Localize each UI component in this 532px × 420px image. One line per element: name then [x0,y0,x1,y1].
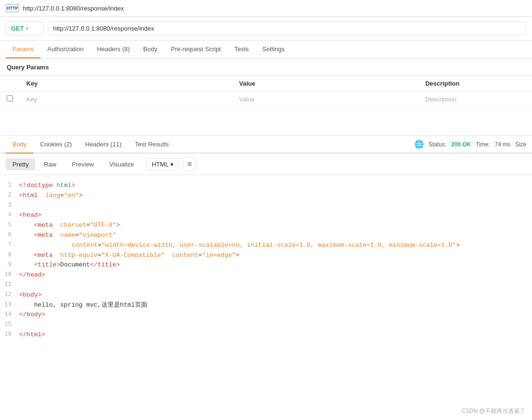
code-line: 11 [0,280,532,290]
tab-headers[interactable]: Headers (8) [90,41,137,58]
row-description-cell[interactable]: Description [419,91,532,107]
time-value: 74 ms [495,141,510,148]
response-tab-testresults[interactable]: Test Results [128,136,176,154]
response-tab-cookies[interactable]: Cookies (2) [33,136,78,154]
http-icon: HTTP [6,4,19,12]
code-line: 1<!doctype html> [0,181,532,191]
row-checkbox-cell [0,91,20,107]
sub-tabs-bar: Pretty Raw Preview Visualize HTML ▾ ≡ [0,154,532,175]
line-content [19,201,532,211]
status-value: 200 OK [451,141,471,148]
code-line: 9 <title>Document</title> [0,260,532,270]
line-number: 14 [0,310,19,319]
code-line: 6 <meta name="viewport" [0,231,532,241]
url-input[interactable] [48,22,526,35]
code-line: 13 hello, spring mvc,这里是html页面 [0,300,532,310]
code-line: 12<body> [0,290,532,300]
line-content [19,320,532,330]
tab-tests[interactable]: Tests [228,41,255,58]
spacer [0,107,532,136]
line-number: 9 [0,260,19,269]
code-line: 14</body> [0,310,532,320]
line-content: </head> [19,270,532,280]
table-header-checkbox [0,76,20,91]
time-label: Time: [476,141,490,148]
line-number: 15 [0,320,19,329]
code-line: 5 <meta charset="UTF-8"> [0,221,532,231]
code-line: 15 [0,320,532,330]
row-key-cell[interactable]: Key [20,91,233,107]
code-line: 2<html lang="en"> [0,191,532,201]
globe-icon: 🌐 [414,140,424,149]
format-select[interactable]: HTML ▾ [146,158,179,170]
line-number: 12 [0,290,19,299]
status-label: Status: [429,141,446,148]
line-number: 10 [0,270,19,279]
sub-tab-raw[interactable]: Raw [37,158,63,170]
title-url: http://127.0.0.1:8080/response/index [23,5,124,12]
query-params-header: Query Params [0,59,532,76]
response-tab-headers[interactable]: Headers (11) [78,136,128,154]
params-table: Key Value Description Key Value Descript… [0,76,532,107]
method-label: GET [11,25,24,32]
line-number: 2 [0,191,19,200]
line-number: 3 [0,201,19,210]
line-number: 4 [0,210,19,220]
format-value: HTML [152,161,168,168]
line-content: hello, spring mvc,这里是html页面 [19,300,532,310]
line-content: <!doctype html> [19,181,532,191]
line-content: content="width=device-width, user-scalab… [19,241,532,251]
tab-settings[interactable]: Settings [255,41,291,58]
title-bar: HTTP http://127.0.0.1:8080/response/inde… [0,0,532,17]
line-content: <meta http-equiv="X-UA-Compatible" conte… [19,251,532,261]
format-chevron-icon: ▾ [170,161,174,168]
tab-prerequest[interactable]: Pre-request Script [164,41,228,58]
line-number: 6 [0,231,19,240]
tabs-bar: Params Authorization Headers (8) Body Pr… [0,41,532,59]
code-line: 16</html> [0,330,532,340]
line-content: </body> [19,310,532,320]
tab-body[interactable]: Body [136,41,164,58]
line-number: 11 [0,280,19,289]
tab-authorization[interactable]: Authorization [41,41,90,58]
table-header-description: Description [419,76,532,91]
tab-params[interactable]: Params [6,41,41,58]
method-chevron-icon: ▾ [26,26,28,31]
line-content [19,280,532,290]
response-tab-body[interactable]: Body [6,136,33,154]
code-line: 10</head> [0,270,532,280]
wrap-icon-button[interactable]: ≡ [183,157,196,171]
code-area: 1<!doctype html>2<html lang="en">3 4<hea… [0,175,532,346]
line-content: <head> [19,210,532,221]
line-number: 13 [0,300,19,309]
line-number: 5 [0,221,19,230]
code-line: 8 <meta http-equiv="X-UA-Compatible" con… [0,251,532,261]
table-header-key: Key [20,76,233,91]
line-content: </html> [19,330,532,340]
line-number: 16 [0,330,19,339]
response-tabs-bar: Body Cookies (2) Headers (11) Test Resul… [0,136,532,154]
method-select[interactable]: GET ▾ [6,22,44,35]
line-content: <html lang="en"> [19,191,532,201]
line-content: <meta charset="UTF-8"> [19,221,532,231]
code-line: 7 content="width=device-width, user-scal… [0,241,532,251]
row-value-cell[interactable]: Value [233,91,419,107]
line-number: 8 [0,251,19,260]
line-number: 7 [0,241,19,250]
line-number: 1 [0,181,19,190]
response-status-bar: 🌐 Status: 200 OK Time: 74 ms Size [414,140,526,149]
table-row: Key Value Description [0,91,532,107]
sub-tab-preview[interactable]: Preview [65,158,100,170]
code-line: 3 [0,201,532,211]
request-bar: GET ▾ [0,17,532,41]
code-line: 4<head> [0,210,532,221]
sub-tab-visualize[interactable]: Visualize [102,158,141,170]
sub-tab-pretty[interactable]: Pretty [6,158,35,170]
line-content: <title>Document</title> [19,260,532,270]
table-header-value: Value [233,76,419,91]
line-content: <body> [19,290,532,300]
row-checkbox[interactable] [7,95,13,101]
size-label: Size [515,141,526,148]
line-content: <meta name="viewport" [19,231,532,241]
